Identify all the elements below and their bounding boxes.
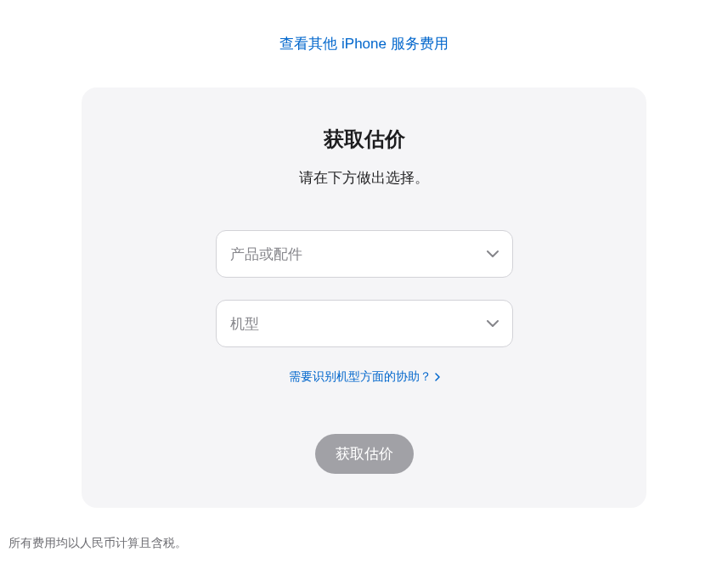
footer-line1: 所有费用均以人民币计算且含税。: [8, 532, 720, 555]
model-select[interactable]: 机型: [216, 300, 513, 347]
help-link-text: 需要识别机型方面的协助？: [289, 369, 432, 385]
product-select-container: 产品或配件: [216, 230, 513, 278]
estimate-card: 获取估价 请在下方做出选择。 产品或配件 机型 需要识别机型方面的协助？ 获取估…: [82, 87, 646, 508]
card-subtitle: 请在下方做出选择。: [107, 168, 621, 188]
chevron-down-icon: [487, 320, 499, 327]
card-title: 获取估价: [107, 126, 621, 153]
chevron-right-icon: [435, 373, 440, 381]
get-estimate-button[interactable]: 获取估价: [315, 434, 414, 474]
model-select-placeholder: 机型: [230, 314, 259, 334]
product-select[interactable]: 产品或配件: [216, 230, 513, 278]
model-select-container: 机型: [216, 300, 513, 347]
footer-notes: 所有费用均以人民币计算且含税。 截至 2023 年 2 月底，保外电池服务的费用…: [8, 532, 720, 563]
help-identify-link[interactable]: 需要识别机型方面的协助？: [107, 369, 621, 385]
other-services-link[interactable]: 查看其他 iPhone 服务费用: [0, 34, 728, 53]
product-select-placeholder: 产品或配件: [230, 245, 302, 264]
chevron-down-icon: [487, 251, 499, 257]
